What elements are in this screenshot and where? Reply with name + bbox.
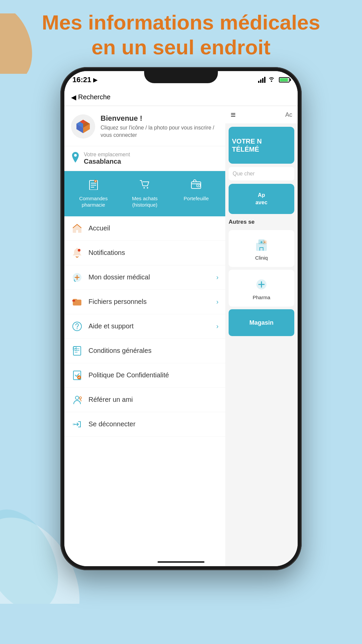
- nav-bar: ◀ Recherche: [64, 89, 298, 106]
- clinique-icon: [253, 237, 269, 253]
- status-icons: [258, 76, 290, 84]
- chevron-icon: ›: [216, 298, 219, 306]
- hamburger-icon[interactable]: ≡: [231, 110, 236, 120]
- medical-icon: [71, 271, 83, 283]
- achats-icon: [139, 179, 150, 193]
- menu-item-notifications[interactable]: Notifications: [64, 241, 225, 265]
- pharma-label: Pharma: [253, 294, 270, 300]
- search-placeholder: Que cher: [233, 171, 255, 177]
- menu-item-conditions[interactable]: Conditions générales: [64, 339, 225, 363]
- menu-item-fichiers[interactable]: Fichiers personnels ›: [64, 290, 225, 314]
- quick-action-achats[interactable]: Mes achats (historique): [119, 176, 170, 211]
- avatar: [71, 114, 95, 139]
- quick-action-portefeuille[interactable]: Portefeuille: [171, 176, 222, 211]
- pharma-icon: [253, 276, 269, 292]
- app-logo: [75, 118, 92, 135]
- wifi-icon: [268, 76, 275, 84]
- document-icon: [71, 345, 83, 357]
- portefeuille-label: Portefeuille: [184, 195, 209, 202]
- magasin-label: Magasin: [249, 319, 274, 326]
- banner-card: VOTRE NTÉLÉMÉ: [229, 127, 294, 164]
- portefeuille-icon: [191, 179, 201, 193]
- svg-point-36: [72, 423, 75, 426]
- chevron-icon: ›: [216, 322, 219, 330]
- main-content-panel: ≡ Ac VOTRE NTÉLÉMÉ Que cher Apavec: [225, 106, 298, 566]
- svg-point-26: [77, 328, 78, 329]
- svg-point-35: [79, 397, 81, 399]
- cta-card[interactable]: Apavec: [229, 184, 294, 214]
- svg-point-22: [78, 249, 80, 252]
- location-icon: [71, 152, 80, 165]
- clinique-label: Cliniq: [255, 255, 268, 261]
- menu-item-deconnecter[interactable]: Se déconnecter: [64, 412, 225, 437]
- commandes-icon: [88, 179, 99, 193]
- svg-point-21: [198, 185, 199, 186]
- phone-frame: 16:21 ▶ ◀ Re: [60, 67, 302, 570]
- back-button[interactable]: ◀ Recherche: [71, 93, 111, 101]
- user-info: Bienvenue ! Cliquez sur l'icône / la pho…: [101, 114, 219, 139]
- signal-icon: [258, 77, 265, 83]
- svg-point-34: [75, 396, 79, 399]
- menu-item-accueil[interactable]: Accueil: [64, 216, 225, 241]
- menu-item-dossier[interactable]: Mon dossier médical ›: [64, 265, 225, 290]
- menu-item-politique[interactable]: Politique De Confidentialité: [64, 363, 225, 388]
- menu-item-referer[interactable]: Référer un ami: [64, 388, 225, 412]
- svg-rect-24: [72, 300, 75, 302]
- quick-actions: Commandes pharmacie Mes achats (historiq…: [64, 171, 225, 216]
- refer-icon: [71, 394, 83, 406]
- chevron-icon: ›: [216, 273, 219, 281]
- svg-point-18: [147, 187, 148, 189]
- shop-card-magasin[interactable]: Magasin: [229, 309, 294, 336]
- home-indicator: [158, 561, 204, 563]
- bell-icon: [71, 247, 83, 259]
- svg-point-25: [73, 322, 81, 331]
- home-icon: [71, 222, 83, 234]
- achats-label: Mes achats (historique): [120, 195, 169, 208]
- menu-item-aide[interactable]: Aide et support ›: [64, 314, 225, 339]
- logout-icon: [71, 418, 83, 430]
- main-header: ≡ Ac: [225, 106, 298, 123]
- folder-icon: [71, 296, 83, 308]
- status-time: 16:21 ▶: [72, 75, 97, 84]
- menu-list: Accueil Notifications: [64, 216, 225, 566]
- cta-text: Apavec: [253, 189, 270, 209]
- sidebar-drawer: Bienvenue ! Cliquez sur l'icône / la pho…: [64, 106, 225, 566]
- header-text: Ac: [285, 111, 292, 118]
- page-title: Mes informations médicales en un seul en…: [0, 10, 362, 60]
- main-body: VOTRE NTÉLÉMÉ Que cher Apavec Autres se: [225, 123, 298, 339]
- location-row[interactable]: Votre emplacement Casablanca: [64, 146, 225, 171]
- service-card-pharma[interactable]: Pharma: [229, 270, 294, 307]
- battery-icon: [279, 77, 290, 83]
- location-text: Votre emplacement Casablanca: [84, 152, 130, 165]
- svg-rect-27: [73, 346, 81, 355]
- svg-rect-19: [191, 182, 201, 189]
- phone-notch: [144, 71, 218, 83]
- service-card-clinique[interactable]: Cliniq: [229, 230, 294, 267]
- help-icon: [71, 320, 83, 332]
- shield-doc-icon: [71, 369, 83, 381]
- svg-point-17: [143, 187, 145, 189]
- commandes-label: Commandes pharmacie: [69, 195, 118, 208]
- quick-action-commandes[interactable]: Commandes pharmacie: [68, 176, 119, 211]
- banner-text: VOTRE NTÉLÉMÉ: [232, 137, 262, 153]
- user-header[interactable]: Bienvenue ! Cliquez sur l'icône / la pho…: [64, 106, 225, 146]
- search-bar[interactable]: Que cher: [229, 167, 294, 180]
- autres-services-label: Autres se: [229, 217, 294, 227]
